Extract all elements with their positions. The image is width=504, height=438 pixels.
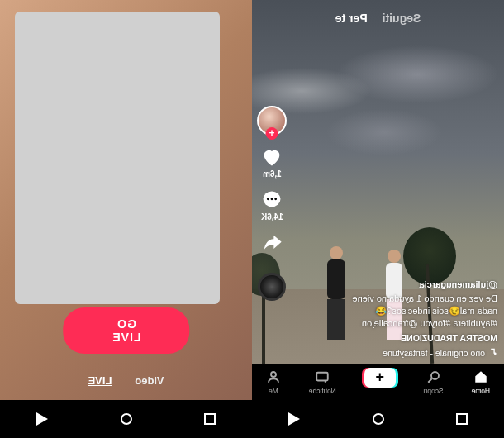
svg-point-1: [267, 198, 269, 200]
caption-line: De vez en cuando 1 ayuda no viene: [307, 293, 497, 305]
inbox-icon: [315, 369, 330, 386]
android-home-button[interactable]: [370, 411, 387, 427]
nav-home[interactable]: Home: [471, 369, 490, 395]
like-button[interactable]: 1,6m: [260, 145, 283, 179]
mode-video[interactable]: Video: [135, 374, 164, 387]
android-home-button[interactable]: [118, 411, 135, 427]
music-note-icon: [488, 347, 497, 359]
nav-home-label: Home: [471, 387, 490, 395]
sound-row[interactable]: ono originale - fantasytune: [307, 347, 497, 359]
svg-rect-6: [317, 372, 329, 380]
tab-for-you[interactable]: Per te: [335, 12, 368, 25]
sound-disc[interactable]: [258, 273, 286, 301]
feed-screen: Seguiti Per te 1,6m 14,6K: [252, 0, 504, 438]
bottom-nav: Home Scopri + . Notifiche: [252, 364, 504, 400]
caption-line: #layubitera #foryou @francallejon: [307, 317, 497, 330]
go-live-label: GO LIVE: [112, 317, 140, 344]
mode-live[interactable]: LIVE: [88, 374, 112, 387]
plus-icon: +: [364, 368, 396, 388]
comment-button[interactable]: 14,6K: [260, 188, 283, 221]
android-back-button[interactable]: [34, 411, 50, 427]
home-icon: [473, 369, 488, 386]
svg-point-7: [271, 372, 276, 377]
nav-me-label: Me: [269, 387, 278, 395]
svg-point-2: [271, 198, 273, 200]
android-nav-bar: [0, 400, 252, 438]
action-column: 1,6m 14,6K: [257, 106, 287, 301]
sound-name: ono originale - fantasytune: [383, 347, 485, 359]
android-recent-button[interactable]: [202, 411, 218, 427]
show-translation-button[interactable]: MOSTRA TRADUZIONE: [307, 332, 497, 344]
android-recent-button[interactable]: [454, 411, 470, 427]
nav-discover[interactable]: Scopri: [423, 369, 443, 395]
go-live-button[interactable]: GO LIVE: [63, 307, 189, 354]
mode-selector: Video LIVE: [0, 374, 252, 387]
person-icon: [266, 369, 281, 386]
like-count: 1,6m: [263, 169, 282, 179]
share-icon: [260, 231, 283, 255]
android-nav-bar: [252, 400, 504, 438]
caption-block: @juliamenugarcia De vez en cuando 1 ayud…: [307, 279, 497, 359]
svg-point-3: [274, 198, 277, 200]
comment-icon: [260, 188, 283, 212]
author-avatar[interactable]: [257, 106, 287, 136]
share-button[interactable]: [260, 231, 283, 255]
nav-discover-label: Scopri: [423, 387, 443, 395]
nav-inbox[interactable]: Notifiche: [309, 369, 336, 395]
android-back-button[interactable]: [286, 411, 302, 427]
palm-tree: [403, 227, 456, 285]
heart-icon: [260, 145, 283, 169]
nav-inbox-label: Notifiche: [309, 387, 336, 395]
svg-point-4: [431, 372, 439, 379]
nav-me[interactable]: Me: [266, 369, 281, 395]
tab-following[interactable]: Seguiti: [383, 12, 421, 25]
go-live-screen: GO LIVE Video LIVE: [0, 0, 252, 438]
username[interactable]: @juliamenugarcia: [307, 279, 497, 291]
svg-line-5: [428, 378, 432, 383]
nav-create[interactable]: + .: [364, 368, 396, 397]
comment-count: 14,6K: [261, 212, 283, 221]
feed-tabs: Seguiti Per te: [252, 12, 504, 25]
preview-card: [15, 12, 220, 304]
clouds: [252, 25, 504, 174]
caption-line: nada mal😏sois indecisos?😂: [307, 305, 497, 317]
search-icon: [426, 369, 441, 386]
